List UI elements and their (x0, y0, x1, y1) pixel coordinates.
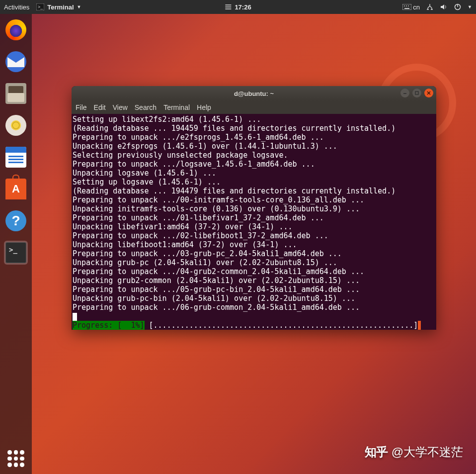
menu-lines-icon (225, 3, 232, 10)
dock-item-help[interactable]: ? (4, 209, 28, 233)
chevron-down-icon: ▼ (77, 4, 81, 9)
svg-text:>_: >_ (38, 4, 43, 9)
svg-point-4 (406, 5, 407, 6)
progress-label: Progress: [ 1%] (73, 321, 145, 330)
dock-item-writer[interactable] (4, 145, 28, 169)
terminal-app-icon (5, 242, 26, 263)
maximize-button[interactable] (412, 89, 421, 97)
terminal-cursor (73, 313, 77, 321)
dock-item-thunderbird[interactable] (4, 50, 28, 74)
dock-item-firefox[interactable] (4, 18, 28, 42)
menu-view[interactable]: View (113, 103, 128, 111)
dock-item-terminal[interactable] (4, 241, 28, 265)
keyboard-icon (402, 4, 411, 10)
top-bar: Activities >_ Terminal ▼ 17:26 cn ▼ (0, 0, 476, 14)
apps-grid-icon (7, 450, 24, 467)
watermark: 知乎 @大学不迷茫 (365, 444, 463, 460)
watermark-author: @大学不迷茫 (392, 444, 463, 460)
music-icon (5, 115, 26, 136)
clock[interactable]: 17:26 (225, 3, 251, 11)
firefox-icon (5, 19, 26, 40)
menubar: File Edit View Search Terminal Help (72, 101, 436, 114)
show-applications-button[interactable] (0, 450, 32, 467)
menu-file[interactable]: File (76, 103, 87, 111)
system-menu-chevron-icon[interactable]: ▼ (468, 4, 472, 9)
files-icon (5, 83, 26, 104)
progress-bar: [.......................................… (149, 321, 418, 330)
svg-rect-10 (415, 92, 418, 95)
menu-terminal[interactable]: Terminal (163, 103, 190, 111)
menu-edit[interactable]: Edit (94, 103, 106, 111)
svg-point-5 (408, 5, 409, 6)
activities-button[interactable]: Activities (4, 3, 29, 11)
svg-rect-6 (404, 8, 409, 9)
dock: ? (0, 14, 32, 474)
terminal-icon: >_ (36, 3, 44, 10)
menu-help[interactable]: Help (197, 103, 211, 111)
zhihu-logo: 知乎 (365, 444, 388, 460)
network-icon[interactable] (426, 3, 434, 11)
help-icon: ? (5, 210, 26, 231)
progress-end-icon (418, 321, 421, 330)
terminal-output: Setting up libext2fs2:amd64 (1.45.6-1) .… (73, 115, 435, 312)
dock-item-rhythmbox[interactable] (4, 113, 28, 137)
dock-item-files[interactable] (4, 82, 28, 105)
svg-point-3 (404, 5, 405, 6)
active-app-indicator[interactable]: >_ Terminal ▼ (36, 3, 81, 11)
menu-search[interactable]: Search (135, 103, 157, 111)
dock-item-software[interactable] (4, 177, 28, 201)
window-titlebar[interactable]: d@ubuntu: ~ (72, 86, 436, 101)
window-title: d@ubuntu: ~ (234, 90, 274, 97)
mail-icon (5, 51, 26, 72)
writer-icon (5, 147, 26, 168)
minimize-button[interactable] (400, 89, 409, 97)
terminal-body[interactable]: Setting up libext2fs2:amd64 (1.45.6-1) .… (72, 114, 436, 330)
input-source-indicator[interactable]: cn (402, 3, 420, 11)
close-button[interactable] (424, 89, 433, 97)
volume-icon[interactable] (440, 3, 448, 11)
terminal-window: d@ubuntu: ~ File Edit View Search Termin… (72, 86, 436, 330)
power-icon[interactable] (454, 3, 462, 11)
svg-rect-2 (402, 4, 411, 10)
software-icon (5, 179, 26, 199)
